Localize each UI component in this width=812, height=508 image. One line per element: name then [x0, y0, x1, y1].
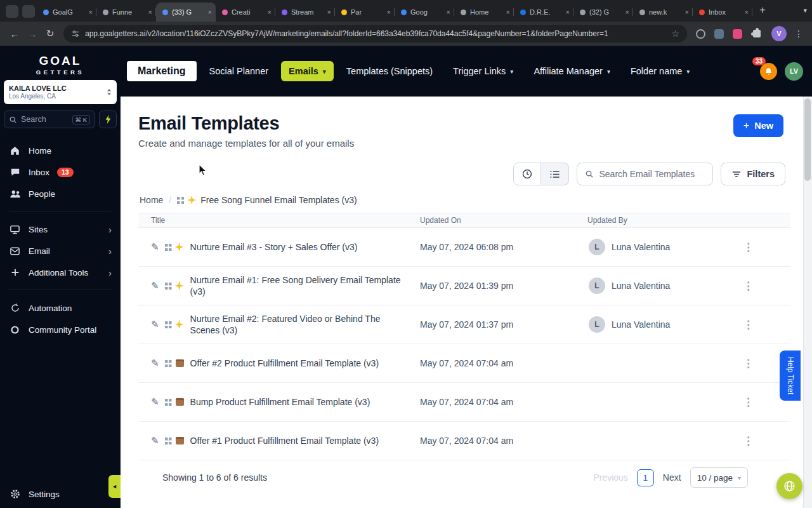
- nav-item-trigger-links[interactable]: Trigger Links▾: [445, 61, 521, 81]
- table-row[interactable]: ✎ Offer #1 Product Fulfillment Email Tem…: [138, 422, 790, 460]
- tab-close-icon[interactable]: ×: [387, 8, 391, 16]
- extensions-puzzle-icon[interactable]: [753, 30, 761, 37]
- edit-icon[interactable]: ✎: [151, 434, 159, 447]
- sidebar-collapse-button[interactable]: ◄: [108, 475, 121, 498]
- breadcrumb-home[interactable]: Home: [140, 195, 163, 205]
- table-row[interactable]: ✎ Nurture Email #3 - Story + Sales Offer…: [138, 228, 790, 267]
- sidebar-item-email[interactable]: Email ›: [0, 240, 121, 262]
- browser-tab[interactable]: (33) G ×: [156, 3, 216, 22]
- edit-icon[interactable]: ✎: [151, 396, 159, 408]
- nav-item-templates-snippets-[interactable]: Templates (Snippets): [339, 61, 440, 81]
- tab-close-icon[interactable]: ×: [327, 8, 331, 16]
- table-row[interactable]: ✎ Nurture Email #1: Free Song Delivery E…: [138, 267, 790, 305]
- row-menu-icon[interactable]: ⋮: [743, 396, 754, 408]
- template-title[interactable]: Nurture Email #3 - Story + Sales Offer (…: [190, 241, 358, 253]
- row-menu-icon[interactable]: ⋮: [743, 280, 754, 292]
- user-avatar[interactable]: LV: [785, 62, 803, 81]
- page-number-button[interactable]: 1: [637, 469, 654, 486]
- tab-close-icon[interactable]: ×: [685, 8, 689, 16]
- help-ticket-tab[interactable]: Help Ticket: [780, 351, 801, 401]
- scrollbar-thumb[interactable]: [804, 98, 811, 181]
- table-row[interactable]: ✎ Bump Product Fulfillment Email Templat…: [138, 383, 790, 422]
- edit-icon[interactable]: ✎: [151, 318, 159, 331]
- nav-item-emails[interactable]: Emails▾: [281, 61, 334, 81]
- sidebar-item-settings[interactable]: Settings: [0, 489, 121, 499]
- template-title[interactable]: Bump Product Fulfillment Email Template …: [190, 396, 370, 408]
- extension-icon-1[interactable]: [696, 29, 705, 39]
- sidebar-search-input[interactable]: Search ⌘ K: [4, 110, 95, 128]
- previous-page-button[interactable]: Previous: [593, 472, 627, 483]
- tab-close-icon[interactable]: ×: [745, 8, 749, 16]
- nav-item-folder-name[interactable]: Folder name▾: [623, 61, 697, 81]
- next-page-button[interactable]: Next: [663, 472, 681, 483]
- tab-close-icon[interactable]: ×: [447, 8, 450, 16]
- browser-tab[interactable]: GoalG ×: [37, 3, 96, 22]
- new-template-button[interactable]: + New: [733, 114, 783, 137]
- sidebar-item-sites[interactable]: Sites ›: [0, 218, 121, 240]
- extension-icon-3[interactable]: [733, 29, 742, 39]
- row-menu-icon[interactable]: ⋮: [743, 241, 754, 253]
- notifications-button[interactable]: 33: [760, 63, 777, 80]
- sidebar-item-automation[interactable]: Automation: [0, 297, 121, 319]
- search-input[interactable]: [599, 169, 705, 179]
- forward-button[interactable]: →: [24, 25, 41, 42]
- browser-tab[interactable]: new.k ×: [633, 3, 693, 22]
- template-title[interactable]: Nurture Email #2: Featured Video or Behi…: [190, 313, 410, 336]
- pinned-tab-icon[interactable]: [22, 5, 35, 18]
- browser-tab[interactable]: Funne ×: [96, 3, 156, 22]
- edit-icon[interactable]: ✎: [151, 357, 159, 370]
- list-view-button[interactable]: [541, 163, 569, 185]
- quick-actions-button[interactable]: [99, 110, 117, 128]
- nav-item-affiliate-manager[interactable]: Affiliate Manager▾: [526, 61, 618, 81]
- browser-tab[interactable]: Creati ×: [216, 3, 275, 22]
- template-title[interactable]: Nurture Email #1: Free Song Delivery Ema…: [190, 274, 410, 297]
- nav-item-social-planner[interactable]: Social Planner: [202, 61, 277, 81]
- browser-profile-avatar[interactable]: V: [771, 26, 787, 41]
- sidebar-item-community-portal[interactable]: Community Portal: [0, 319, 121, 340]
- back-button[interactable]: ←: [6, 25, 23, 42]
- browser-tab[interactable]: (32) G ×: [573, 3, 633, 22]
- pinned-tab-icon[interactable]: [6, 5, 18, 18]
- tab-close-icon[interactable]: ×: [268, 8, 272, 16]
- sidebar-item-additional-tools[interactable]: Additional Tools ›: [0, 262, 121, 283]
- new-tab-button[interactable]: +: [755, 3, 770, 18]
- language-globe-button[interactable]: [776, 473, 802, 499]
- row-menu-icon[interactable]: ⋮: [743, 358, 754, 370]
- extension-icon-2[interactable]: [714, 29, 724, 39]
- tab-close-icon[interactable]: ×: [148, 8, 152, 16]
- template-title[interactable]: Offer #1 Product Fulfillment Email Templ…: [190, 435, 379, 446]
- page-size-select[interactable]: 10 / page ▾: [690, 467, 748, 488]
- site-info-icon[interactable]: [71, 29, 80, 38]
- sidebar-item-people[interactable]: People: [0, 183, 121, 204]
- template-title[interactable]: Offer #2 Product Fulfillment Email Templ…: [190, 358, 379, 369]
- tab-close-icon[interactable]: ×: [208, 8, 212, 16]
- tab-close-icon[interactable]: ×: [625, 8, 629, 16]
- tab-close-icon[interactable]: ×: [566, 8, 570, 16]
- tab-search-caret-icon[interactable]: ▾: [803, 6, 807, 15]
- tab-close-icon[interactable]: ×: [506, 8, 510, 16]
- history-button[interactable]: [513, 163, 541, 185]
- browser-tab[interactable]: Par ×: [335, 3, 395, 22]
- browser-tab[interactable]: Home ×: [454, 3, 514, 22]
- bookmark-star-icon[interactable]: ☆: [671, 29, 679, 39]
- row-menu-icon[interactable]: ⋮: [743, 319, 754, 331]
- browser-menu-icon[interactable]: ⋮: [794, 29, 803, 39]
- table-row[interactable]: ✎ Nurture Email #2: Featured Video or Be…: [138, 305, 790, 344]
- browser-tab[interactable]: D.R.E. ×: [514, 3, 573, 22]
- sidebar-item-home[interactable]: Home: [0, 140, 121, 161]
- table-row[interactable]: ✎ Offer #2 Product Fulfillment Email Tem…: [138, 344, 790, 383]
- sidebar-item-inbox[interactable]: Inbox 13: [0, 161, 121, 183]
- browser-tab[interactable]: Stream ×: [275, 3, 335, 22]
- chevron-down-icon: ▾: [510, 68, 513, 75]
- reload-button[interactable]: ↻: [42, 25, 58, 42]
- browser-tab[interactable]: Inbox ×: [693, 3, 752, 22]
- row-menu-icon[interactable]: ⋮: [743, 435, 754, 447]
- nav-item-marketing[interactable]: Marketing: [127, 61, 197, 81]
- edit-icon[interactable]: ✎: [151, 279, 159, 292]
- browser-tab[interactable]: Goog ×: [395, 3, 454, 22]
- edit-icon[interactable]: ✎: [151, 241, 159, 253]
- filters-button[interactable]: Filters: [721, 163, 785, 185]
- account-switcher[interactable]: KAILA LOVE LLC Los Angeles, CA: [4, 80, 117, 104]
- address-bar[interactable]: app.goalgetters.ai/v2/location/116iOZczZ…: [63, 25, 687, 43]
- tab-close-icon[interactable]: ×: [89, 8, 93, 16]
